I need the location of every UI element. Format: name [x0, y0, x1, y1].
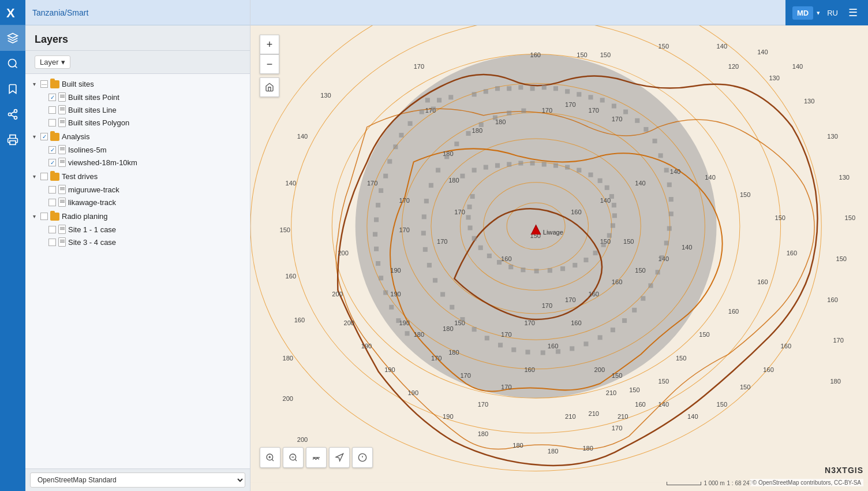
- tree-item-viewshed[interactable]: viewshed-18m-10km: [25, 156, 250, 169]
- svg-text:170: 170: [399, 197, 410, 204]
- tree-group-radio-planing-header[interactable]: ▾ Radio planing: [25, 210, 250, 223]
- svg-rect-181: [583, 341, 588, 346]
- expand-radio-planing[interactable]: ▾: [30, 213, 38, 221]
- app-logo[interactable]: X: [0, 0, 25, 25]
- checkbox-analysis[interactable]: [40, 133, 48, 140]
- search-toolbar-icon[interactable]: [0, 51, 25, 76]
- svg-rect-203: [466, 131, 470, 136]
- svg-text:140: 140: [600, 197, 611, 204]
- checkbox-test-drives[interactable]: [40, 173, 48, 180]
- checkbox-isolines[interactable]: [48, 146, 56, 154]
- basemap-bar: OpenStreetMap Standard: [25, 468, 250, 491]
- tree-group-analysis-header[interactable]: ▾ Analysis: [25, 130, 250, 143]
- svg-point-6: [14, 116, 17, 119]
- tree-item-site3[interactable]: Site 3 - 4 case: [25, 236, 250, 248]
- analysis-label: Analysis: [62, 132, 89, 141]
- svg-rect-166: [659, 153, 663, 158]
- layers-icon[interactable]: [0, 25, 25, 51]
- svg-rect-163: [635, 118, 639, 123]
- checkbox-built-sites-point[interactable]: [48, 94, 56, 101]
- svg-text:170: 170: [612, 116, 623, 122]
- expand-test-drives[interactable]: ▾: [30, 173, 38, 181]
- svg-rect-236: [497, 260, 502, 265]
- checkbox-likawage[interactable]: [48, 199, 56, 206]
- checkbox-viewshed[interactable]: [48, 159, 56, 166]
- basemap-select[interactable]: OpenStreetMap Standard: [30, 473, 245, 488]
- svg-rect-243: [470, 194, 475, 199]
- svg-rect-201: [444, 154, 449, 159]
- svg-text:170: 170: [542, 107, 553, 114]
- svg-rect-209: [472, 168, 477, 173]
- svg-rect-208: [460, 174, 465, 178]
- zoom-in-tool-button[interactable]: [260, 447, 280, 468]
- language-button[interactable]: RU: [824, 6, 841, 20]
- checkbox-built-sites-polygon[interactable]: [48, 119, 56, 127]
- svg-rect-195: [423, 247, 428, 252]
- svg-rect-153: [374, 217, 379, 222]
- layer-dropdown-bar: Layer ▾: [25, 51, 250, 74]
- svg-rect-168: [667, 183, 672, 187]
- svg-rect-160: [396, 318, 401, 323]
- svg-text:150: 150: [740, 384, 751, 390]
- tree-item-likawage[interactable]: likawage-track: [25, 196, 250, 209]
- zoom-out-tool-button[interactable]: [283, 447, 304, 468]
- tree-item-miguruwe[interactable]: miguruwe-track: [25, 183, 250, 196]
- tree-item-site1[interactable]: Site 1 - 1 case: [25, 223, 250, 236]
- checkbox-built-sites[interactable]: —: [40, 80, 48, 88]
- tree-item-built-sites-polygon[interactable]: Built sites Polygon: [25, 116, 250, 129]
- print-icon[interactable]: [0, 127, 25, 152]
- svg-rect-228: [593, 251, 598, 255]
- checkbox-miguruwe[interactable]: [48, 186, 56, 194]
- hamburger-menu-icon[interactable]: ☰: [845, 4, 861, 21]
- share-icon[interactable]: [0, 102, 25, 127]
- info-tool-button[interactable]: [352, 447, 373, 468]
- svg-text:180: 180: [448, 177, 459, 184]
- zoom-in-button[interactable]: +: [260, 35, 279, 54]
- checkbox-radio-planing[interactable]: [40, 213, 48, 220]
- zoom-out-button[interactable]: −: [260, 54, 279, 74]
- svg-text:200: 200: [283, 395, 294, 402]
- svg-text:130: 130: [839, 174, 850, 181]
- home-button[interactable]: [260, 77, 279, 97]
- checkbox-site1[interactable]: [48, 226, 56, 233]
- tree-group-built-sites-header[interactable]: ▾ — Built sites: [25, 77, 250, 91]
- svg-text:150: 150: [740, 191, 751, 198]
- svg-text:160: 160: [530, 51, 541, 58]
- svg-rect-151: [379, 188, 383, 193]
- expand-built-sites[interactable]: ▾: [30, 80, 38, 88]
- svg-rect-156: [376, 261, 380, 266]
- svg-rect-164: [643, 127, 648, 132]
- svg-rect-200: [436, 168, 440, 173]
- tree-item-built-sites-point[interactable]: Built sites Point: [25, 91, 250, 103]
- expand-analysis[interactable]: ▾: [30, 133, 38, 141]
- checkbox-site3[interactable]: [48, 239, 56, 246]
- svg-rect-131: [472, 92, 477, 96]
- map-area[interactable]: MD ▾ RU ☰: [250, 0, 868, 491]
- checkbox-built-sites-line[interactable]: [48, 106, 56, 114]
- svg-text:140: 140: [757, 49, 768, 55]
- svg-text:150: 150: [659, 43, 669, 50]
- svg-text:180: 180: [830, 378, 841, 385]
- svg-rect-9: [10, 141, 16, 145]
- vertical-toolbar: X: [0, 0, 25, 491]
- bookmark-icon[interactable]: [0, 76, 25, 102]
- map-zoom-controls: + −: [260, 35, 279, 97]
- tree-item-built-sites-line[interactable]: Built sites Line: [25, 103, 250, 116]
- measure-tool-button[interactable]: [306, 447, 327, 468]
- svg-rect-146: [408, 121, 413, 126]
- svg-rect-239: [472, 236, 477, 241]
- draw-tool-button[interactable]: [329, 447, 350, 468]
- svg-rect-157: [379, 276, 383, 280]
- svg-text:160: 160: [548, 343, 559, 349]
- svg-rect-173: [660, 255, 664, 260]
- svg-marker-1: [8, 34, 18, 38]
- tree-item-isolines[interactable]: Isolines-5m: [25, 143, 250, 156]
- svg-text:150: 150: [635, 267, 646, 274]
- tree-group-analysis: ▾ Analysis Isolines-5m viewshed-18m-10km: [25, 130, 250, 169]
- user-badge[interactable]: MD: [792, 6, 813, 20]
- tree-group-test-drives-header[interactable]: ▾ Test drives: [25, 170, 250, 183]
- svg-text:180: 180: [443, 325, 454, 332]
- layer-dropdown[interactable]: Layer ▾: [35, 55, 70, 69]
- svg-rect-145: [431, 107, 436, 111]
- svg-rect-174: [656, 270, 660, 274]
